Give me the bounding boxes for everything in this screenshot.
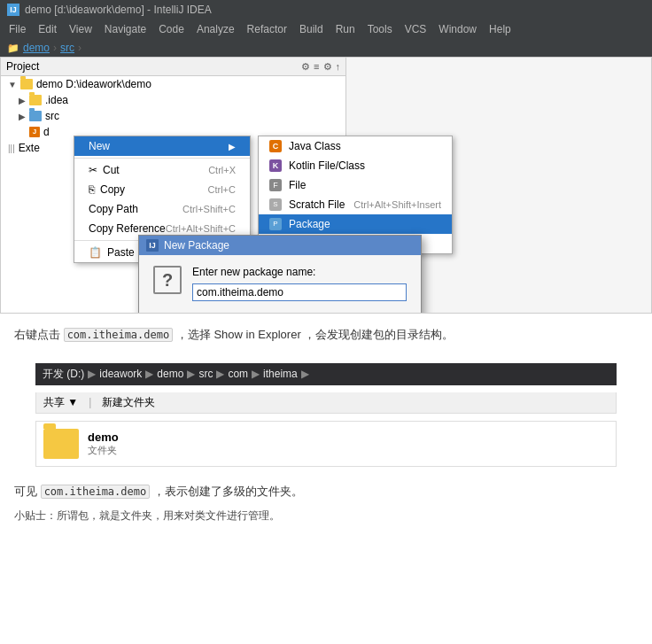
pin-icon[interactable]: ≡ bbox=[314, 61, 319, 73]
explorer-path-src: src bbox=[198, 368, 213, 380]
explorer-sep-3: ▶ bbox=[187, 368, 195, 380]
menu-code[interactable]: Code bbox=[153, 21, 190, 37]
ctx-cut[interactable]: ✂ Cut Ctrl+X bbox=[74, 160, 250, 180]
menu-help[interactable]: Help bbox=[484, 21, 516, 37]
folder-display: demo 文件夹 bbox=[35, 421, 617, 467]
explorer-bar: 开发 (D:) ▶ ideawork ▶ demo ▶ src ▶ com ▶ … bbox=[35, 363, 617, 385]
folder-info: demo 文件夹 bbox=[88, 431, 119, 457]
menu-refactor[interactable]: Refactor bbox=[242, 21, 292, 37]
menu-tools[interactable]: Tools bbox=[362, 21, 398, 37]
folder-icon-demo bbox=[20, 79, 33, 89]
bottom-text: 可见 com.itheima.demo ，表示创建了多级的文件夹。 bbox=[0, 474, 652, 509]
sub-file[interactable]: F File bbox=[259, 175, 452, 195]
config-icon[interactable]: ⚙ bbox=[323, 61, 332, 73]
ide-area: Project ⚙ ≡ ⚙ ↑ ▼ demo D:\ideawork\demo … bbox=[0, 57, 652, 314]
expand-arrow-src: ▶ bbox=[19, 112, 26, 121]
sub-java-class-label: Java Class bbox=[289, 140, 341, 152]
menu-analyze[interactable]: Analyze bbox=[191, 21, 240, 37]
ctx-cut-shortcut: Ctrl+X bbox=[208, 165, 236, 175]
breadcrumb-demo[interactable]: demo bbox=[23, 42, 50, 54]
folder-icon-src bbox=[29, 111, 42, 121]
tree-item-demo[interactable]: ▼ demo D:\ideawork\demo bbox=[1, 76, 345, 92]
scratch-icon: S bbox=[269, 198, 282, 211]
explorer-path-ideawork: ideawork bbox=[99, 368, 142, 380]
big-folder-icon bbox=[43, 429, 79, 459]
description-area: 右键点击 com.itheima.demo ，选择 Show in Explor… bbox=[0, 314, 652, 356]
sub-file-label: File bbox=[289, 179, 306, 191]
sub-package[interactable]: P Package bbox=[259, 214, 452, 234]
cut-icon: ✂ bbox=[89, 164, 97, 176]
new-folder-button[interactable]: 新建文件夹 bbox=[102, 395, 155, 410]
bottom-line1: 可见 com.itheima.demo ，表示创建了多级的文件夹。 bbox=[14, 481, 638, 502]
menu-run[interactable]: Run bbox=[330, 21, 361, 37]
breadcrumb-sep-1: › bbox=[53, 42, 57, 54]
bottom-after: ，表示创建了多级的文件夹。 bbox=[150, 485, 303, 498]
dialog-buttons: OK Cancel bbox=[139, 312, 421, 314]
explorer-sep-1: ▶ bbox=[88, 368, 96, 380]
menu-window[interactable]: Window bbox=[433, 21, 482, 37]
menu-navigate[interactable]: Navigate bbox=[99, 21, 151, 37]
ctx-sep-1 bbox=[74, 158, 250, 159]
toolbar-sep: | bbox=[89, 396, 91, 408]
ctx-cut-label: ✂ Cut bbox=[89, 164, 120, 176]
explorer-sep-2: ▶ bbox=[145, 368, 153, 380]
panel-title: Project bbox=[6, 60, 39, 73]
tree-item-src[interactable]: ▶ src bbox=[1, 108, 345, 124]
sub-kotlin[interactable]: K Kotlin File/Class bbox=[259, 156, 452, 175]
package-name-input[interactable] bbox=[192, 283, 407, 301]
note-text: 小贴士：所谓包，就是文件夹，用来对类文件进行管理。 bbox=[14, 509, 280, 522]
ctx-copy-path[interactable]: Copy Path Ctrl+Shift+C bbox=[74, 199, 250, 219]
desc-before: 右键点击 bbox=[14, 328, 64, 341]
ctx-copy-label: ⎘ Copy bbox=[89, 183, 125, 196]
sub-scratch-shortcut: Ctrl+Alt+Shift+Insert bbox=[353, 199, 441, 210]
dialog-prompt: Enter new package name: bbox=[192, 266, 407, 278]
package-icon: P bbox=[269, 218, 282, 230]
kotlin-icon: K bbox=[269, 159, 282, 172]
ctx-copy-ref-label: Copy Reference bbox=[89, 222, 166, 235]
tree-item-idea[interactable]: ▶ .idea bbox=[1, 92, 345, 108]
menu-vcs[interactable]: VCS bbox=[400, 21, 432, 37]
panel-header: Project ⚙ ≡ ⚙ ↑ bbox=[1, 58, 345, 76]
paste-icon: 📋 bbox=[89, 246, 102, 259]
explorer-path-com: com bbox=[228, 368, 248, 380]
expand-arrow-idea: ▶ bbox=[19, 96, 26, 105]
question-icon: ? bbox=[153, 266, 182, 294]
java-icon-d: J bbox=[29, 127, 40, 137]
description-line1: 右键点击 com.itheima.demo ，选择 Show in Explor… bbox=[14, 324, 638, 345]
explorer-toolbar: 共享 ▼ | 新建文件夹 bbox=[35, 392, 617, 414]
ext-icon: ||| bbox=[8, 144, 15, 153]
ctx-new-arrow: ▶ bbox=[229, 142, 236, 151]
explorer-path-itheima: itheima bbox=[263, 368, 298, 380]
app-icon: IJ bbox=[7, 4, 19, 16]
ctx-new-label: New bbox=[89, 140, 110, 152]
ctx-copy-shortcut: Ctrl+C bbox=[208, 184, 236, 195]
sub-java-class[interactable]: C Java Class bbox=[259, 136, 452, 156]
menu-bar: File Edit View Navigate Code Analyze Ref… bbox=[0, 19, 652, 39]
desc-code: com.itheima.demo bbox=[64, 328, 174, 342]
bottom-before: 可见 bbox=[14, 485, 41, 498]
ctx-copy[interactable]: ⎘ Copy Ctrl+C bbox=[74, 180, 250, 199]
settings-icon[interactable]: ⚙ bbox=[301, 61, 310, 73]
panel-header-icons: ⚙ ≡ ⚙ ↑ bbox=[301, 61, 340, 73]
breadcrumb-sep-2: › bbox=[78, 42, 82, 54]
collapse-icon[interactable]: ↑ bbox=[336, 61, 341, 73]
dialog-content: Enter new package name: bbox=[192, 266, 407, 301]
explorer-sep-5: ▶ bbox=[252, 368, 260, 380]
bottom-code: com.itheima.demo bbox=[41, 485, 151, 499]
menu-view[interactable]: View bbox=[64, 21, 97, 37]
tree-label-ext: Exte bbox=[19, 142, 40, 154]
folder-name: demo bbox=[88, 431, 119, 444]
folder-icon-idea bbox=[29, 95, 42, 105]
menu-edit[interactable]: Edit bbox=[33, 21, 62, 37]
folder-sub: 文件夹 bbox=[88, 444, 119, 457]
tree-label-idea: .idea bbox=[45, 94, 68, 106]
menu-build[interactable]: Build bbox=[294, 21, 329, 37]
ctx-paste-label: 📋 Paste bbox=[89, 246, 135, 259]
ctx-new[interactable]: New ▶ bbox=[74, 136, 250, 156]
share-button[interactable]: 共享 ▼ bbox=[43, 395, 78, 410]
dialog-title-bar: IJ New Package bbox=[139, 236, 421, 255]
sub-package-label: Package bbox=[289, 218, 330, 230]
menu-file[interactable]: File bbox=[4, 21, 31, 37]
breadcrumb-src[interactable]: src bbox=[60, 42, 74, 54]
sub-scratch[interactable]: S Scratch File Ctrl+Alt+Shift+Insert bbox=[259, 195, 452, 214]
